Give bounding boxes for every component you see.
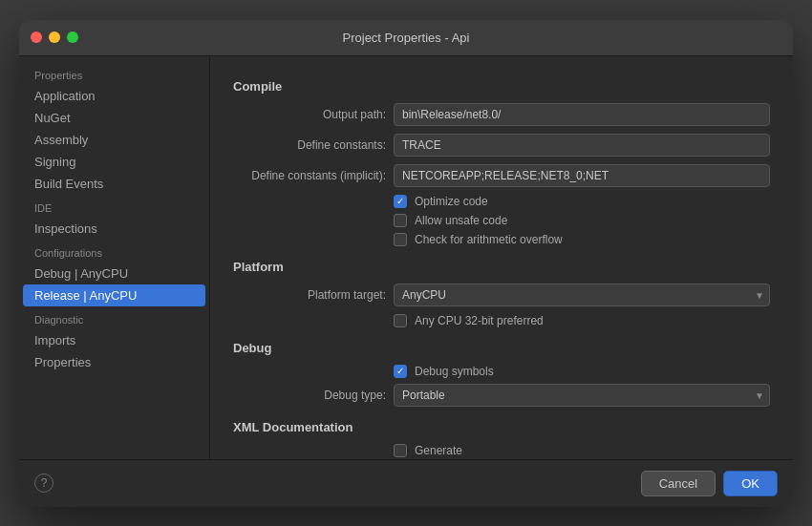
close-button[interactable] <box>31 32 42 43</box>
sidebar-item-build-events[interactable]: Build Events <box>19 173 209 195</box>
define-constants-implicit-input[interactable] <box>394 164 770 187</box>
sidebar-item-application[interactable]: Application <box>19 85 209 107</box>
generate-label: Generate <box>415 444 462 457</box>
optimize-code-row: Optimize code <box>233 195 770 208</box>
any-cpu-preferred-row: Any CPU 32-bit preferred <box>233 314 770 327</box>
optimize-code-label: Optimize code <box>415 195 488 208</box>
debug-heading: Debug <box>233 341 770 355</box>
define-constants-implicit-row: Define constants (implicit): <box>233 164 770 187</box>
output-path-row: Output path: <box>233 103 770 126</box>
define-constants-input[interactable] <box>394 134 770 157</box>
platform-target-label: Platform target: <box>233 288 386 302</box>
define-constants-label: Define constants: <box>233 138 386 152</box>
content-area: Properties Application NuGet Assembly Si… <box>19 56 793 459</box>
xml-documentation-heading: XML Documentation <box>233 420 770 434</box>
platform-heading: Platform <box>233 260 770 274</box>
debug-type-label: Debug type: <box>233 389 386 402</box>
platform-target-select-wrapper: AnyCPU x86 x64 ARM ARM64 ▼ <box>394 284 770 306</box>
sidebar-item-imports[interactable]: Imports <box>19 329 209 351</box>
traffic-lights <box>31 32 78 43</box>
properties-section-label: Properties <box>19 64 209 85</box>
cancel-button[interactable]: Cancel <box>641 471 716 496</box>
generate-row: Generate <box>233 444 770 457</box>
debug-type-select-wrapper: Portable Embedded None Full PdbOnly ▼ <box>394 384 770 407</box>
any-cpu-preferred-checkbox[interactable] <box>394 314 407 327</box>
ide-section-label: IDE <box>19 195 209 218</box>
sidebar-item-assembly[interactable]: Assembly <box>19 129 209 151</box>
debug-symbols-row: Debug symbols <box>233 365 770 378</box>
sidebar-item-debug-anycpu[interactable]: Debug | AnyCPU <box>19 263 209 284</box>
sidebar-item-release-anycpu[interactable]: Release | AnyCPU <box>23 284 205 306</box>
allow-unsafe-label: Allow unsafe code <box>415 214 507 227</box>
debug-symbols-label: Debug symbols <box>415 365 494 378</box>
platform-target-row: Platform target: AnyCPU x86 x64 ARM ARM6… <box>233 284 770 306</box>
optimize-code-checkbox[interactable] <box>394 195 407 208</box>
project-properties-window: Project Properties - Api Properties Appl… <box>19 20 793 507</box>
arithmetic-overflow-label: Check for arithmetic overflow <box>415 233 563 246</box>
diagnostic-section-label: Diagnostic <box>19 306 209 329</box>
window-title: Project Properties - Api <box>343 31 470 45</box>
any-cpu-preferred-label: Any CPU 32-bit preferred <box>415 314 544 327</box>
sidebar-item-properties[interactable]: Properties <box>19 351 209 373</box>
output-path-input[interactable] <box>394 103 770 126</box>
sidebar-item-signing[interactable]: Signing <box>19 151 209 173</box>
footer: ? Cancel OK <box>19 459 793 507</box>
main-panel: Compile Output path: Define constants: D… <box>210 56 793 459</box>
define-constants-implicit-label: Define constants (implicit): <box>233 169 386 182</box>
platform-target-select[interactable]: AnyCPU x86 x64 ARM ARM64 <box>394 284 770 306</box>
arithmetic-overflow-checkbox[interactable] <box>394 233 407 246</box>
arithmetic-overflow-row: Check for arithmetic overflow <box>233 233 770 246</box>
ok-button[interactable]: OK <box>723 471 778 496</box>
help-icon: ? <box>41 476 48 490</box>
allow-unsafe-row: Allow unsafe code <box>233 214 770 227</box>
minimize-button[interactable] <box>49 32 60 43</box>
sidebar: Properties Application NuGet Assembly Si… <box>19 56 210 459</box>
debug-type-row: Debug type: Portable Embedded None Full … <box>233 384 770 407</box>
title-bar: Project Properties - Api <box>19 20 793 56</box>
sidebar-item-nuget[interactable]: NuGet <box>19 107 209 129</box>
footer-buttons: Cancel OK <box>641 471 778 496</box>
compile-heading: Compile <box>233 79 770 94</box>
help-button[interactable]: ? <box>34 473 53 493</box>
define-constants-row: Define constants: <box>233 134 770 157</box>
generate-checkbox[interactable] <box>394 444 407 457</box>
debug-type-select[interactable]: Portable Embedded None Full PdbOnly <box>394 384 770 407</box>
allow-unsafe-checkbox[interactable] <box>394 214 407 227</box>
sidebar-item-inspections[interactable]: Inspections <box>19 218 209 240</box>
maximize-button[interactable] <box>67 32 78 43</box>
configurations-section-label: Configurations <box>19 240 209 263</box>
output-path-label: Output path: <box>233 108 386 121</box>
debug-symbols-checkbox[interactable] <box>394 365 407 378</box>
